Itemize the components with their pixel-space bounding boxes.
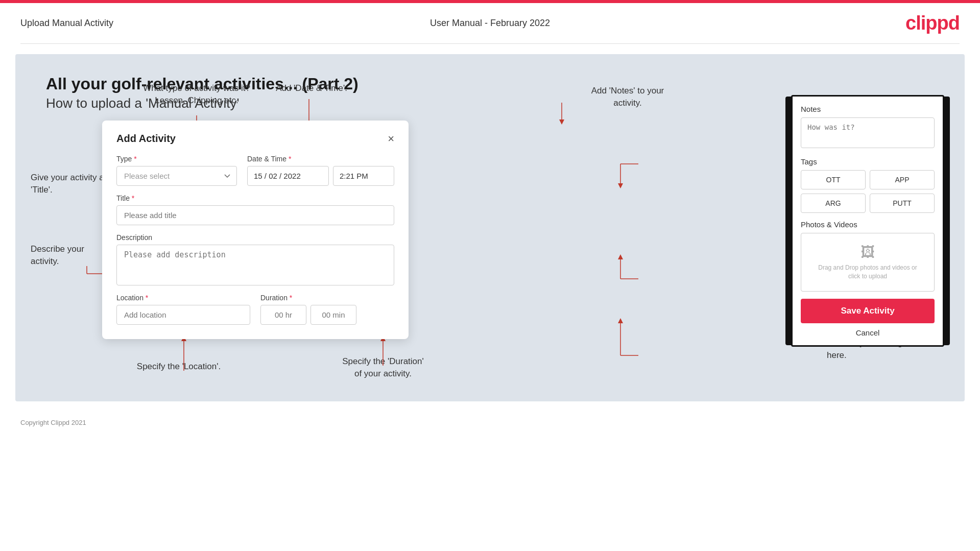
photos-label: Photos & Videos bbox=[801, 220, 935, 229]
tags-section: Tags OTT APP ARG PUTT bbox=[801, 157, 935, 213]
location-input[interactable] bbox=[116, 305, 250, 325]
svg-marker-23 bbox=[618, 183, 623, 188]
date-input[interactable] bbox=[247, 166, 329, 186]
description-textarea[interactable] bbox=[116, 245, 394, 285]
cancel-link[interactable]: Cancel bbox=[801, 328, 935, 337]
description-group: Description bbox=[116, 233, 394, 285]
add-activity-dialog: Add Activity × Type * Please select Date… bbox=[102, 121, 409, 339]
annotation-activity-type: What type of activity was it?Lesson, Chi… bbox=[138, 82, 255, 107]
tag-arg[interactable]: ARG bbox=[801, 194, 866, 213]
header-divider bbox=[20, 43, 960, 44]
datetime-group: Date & Time * bbox=[247, 155, 394, 186]
duration-hr-input[interactable] bbox=[260, 305, 306, 325]
date-time-inputs bbox=[247, 166, 394, 186]
logo: clippd bbox=[905, 12, 960, 34]
type-group: Type * Please select bbox=[116, 155, 237, 186]
title-group: Title * bbox=[116, 194, 394, 225]
mobile-panel: Notes Tags OTT APP ARG PUTT Photos & Vid… bbox=[791, 95, 944, 347]
location-label: Location * bbox=[116, 294, 250, 302]
notes-textarea[interactable] bbox=[801, 117, 935, 148]
annotation-duration: Specify the 'Duration'of your activity. bbox=[322, 355, 444, 380]
description-label: Description bbox=[116, 233, 394, 242]
type-label: Type * bbox=[116, 155, 237, 163]
duration-min-input[interactable] bbox=[310, 305, 356, 325]
mobile-sidebar-left bbox=[785, 97, 793, 345]
notes-label: Notes bbox=[801, 105, 935, 113]
tags-grid: OTT APP ARG PUTT bbox=[801, 170, 935, 213]
page-label: Upload Manual Activity bbox=[20, 18, 113, 29]
type-datetime-row: Type * Please select Date & Time * bbox=[116, 155, 394, 186]
location-group: Location * bbox=[116, 294, 250, 325]
svg-marker-26 bbox=[618, 254, 623, 259]
title-label: Title * bbox=[116, 194, 394, 202]
header: Upload Manual Activity User Manual - Feb… bbox=[0, 3, 980, 43]
dialog-title: Add Activity bbox=[116, 133, 176, 145]
annotation-date-time: Add 'Date & Time'. bbox=[260, 82, 363, 94]
mobile-sidebar-right bbox=[943, 97, 950, 345]
tag-putt[interactable]: PUTT bbox=[870, 194, 935, 213]
annotation-notes: Add 'Notes' to youractivity. bbox=[577, 85, 679, 109]
title-input[interactable] bbox=[116, 205, 394, 225]
svg-marker-29 bbox=[618, 318, 623, 323]
duration-label: Duration * bbox=[260, 294, 394, 302]
main-content: All your golf-relevant activities... (Pa… bbox=[15, 54, 965, 401]
footer: Copyright Clippd 2021 bbox=[0, 412, 980, 434]
tags-label: Tags bbox=[801, 157, 935, 166]
annotation-location: Specify the 'Location'. bbox=[128, 361, 230, 373]
photos-text: Drag and Drop photos and videos or click… bbox=[811, 263, 924, 281]
manual-title: User Manual - February 2022 bbox=[430, 18, 550, 29]
dialog-header: Add Activity × bbox=[116, 133, 394, 145]
duration-group: Duration * bbox=[260, 294, 394, 325]
datetime-label: Date & Time * bbox=[247, 155, 394, 163]
save-activity-button[interactable]: Save Activity bbox=[801, 299, 935, 323]
close-button[interactable]: × bbox=[388, 133, 394, 145]
tag-app[interactable]: APP bbox=[870, 170, 935, 189]
svg-marker-20 bbox=[559, 119, 564, 125]
photo-icon: 🖼 bbox=[811, 244, 924, 260]
copyright-text: Copyright Clippd 2021 bbox=[20, 419, 86, 426]
location-duration-row: Location * Duration * bbox=[116, 294, 394, 325]
duration-inputs bbox=[260, 305, 394, 325]
mobile-frame: Notes Tags OTT APP ARG PUTT Photos & Vid… bbox=[791, 95, 944, 347]
type-select[interactable]: Please select bbox=[116, 166, 237, 186]
photos-dropzone[interactable]: 🖼 Drag and Drop photos and videos or cli… bbox=[801, 233, 935, 292]
time-input[interactable] bbox=[333, 166, 394, 186]
tag-ott[interactable]: OTT bbox=[801, 170, 866, 189]
